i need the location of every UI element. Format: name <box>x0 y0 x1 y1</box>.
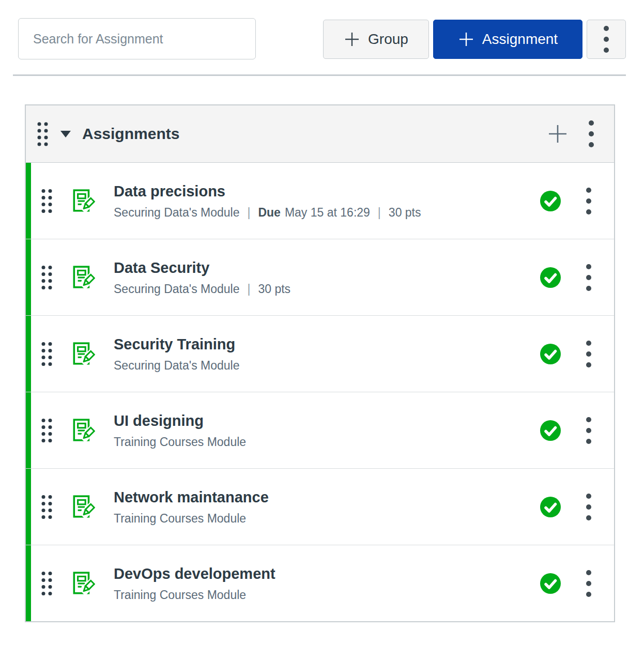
kebab-menu-icon <box>603 25 609 53</box>
assignment-document-pencil-icon <box>70 571 95 596</box>
search-input[interactable] <box>18 18 256 59</box>
plus-icon <box>458 31 474 48</box>
assignment-document-pencil-icon <box>70 418 95 443</box>
assignment-title-link[interactable]: Security Training <box>114 335 239 352</box>
drag-handle-icon[interactable] <box>41 189 52 213</box>
published-check-circle-icon[interactable] <box>540 497 561 517</box>
published-indicator-bar <box>26 392 31 468</box>
assignment-group-header: Assignments <box>26 105 614 163</box>
points-value: 30 pts <box>258 282 290 296</box>
drag-handle-icon[interactable] <box>41 418 52 442</box>
add-group-button[interactable]: Group <box>323 20 429 59</box>
group-title: Assignments <box>82 125 179 143</box>
assignment-row: Data Security Securing Data's Module | 3… <box>26 239 614 316</box>
add-assignment-label: Assignment <box>482 31 558 48</box>
assignment-info: Network maintanance Training Courses Mod… <box>114 488 269 525</box>
drag-handle-icon[interactable] <box>41 571 52 595</box>
group-add-button[interactable] <box>548 124 568 144</box>
assignment-row: Data precisions Securing Data's Module |… <box>26 163 614 239</box>
assignment-title-link[interactable]: Data precisions <box>114 182 421 199</box>
assignment-info: Security Training Securing Data's Module <box>114 335 239 372</box>
row-kebab-menu[interactable] <box>586 417 592 444</box>
published-indicator-bar <box>26 545 31 621</box>
drag-handle-icon[interactable] <box>41 495 52 519</box>
assignments-table: Assignments Data precisions Securing Dat… <box>25 104 615 622</box>
drag-handle-icon[interactable] <box>41 265 52 289</box>
assignment-title-link[interactable]: DevOps developement <box>114 565 275 582</box>
separator: | <box>378 205 381 219</box>
assignment-details: Securing Data's Module | Due May 15 at 1… <box>114 205 421 219</box>
assignment-details: Training Courses Module <box>114 511 269 525</box>
row-kebab-menu[interactable] <box>586 493 592 521</box>
assignment-document-pencil-icon <box>70 495 95 519</box>
assignment-info: DevOps developement Training Courses Mod… <box>114 565 275 602</box>
published-indicator-bar <box>26 163 31 239</box>
assignment-row: DevOps developement Training Courses Mod… <box>26 545 614 621</box>
drag-handle-icon[interactable] <box>41 342 52 366</box>
assignment-title-link[interactable]: UI designing <box>114 412 246 429</box>
module-name: Securing Data's Module <box>114 205 239 219</box>
module-name: Securing Data's Module <box>114 282 239 296</box>
drag-handle-icon[interactable] <box>37 122 48 146</box>
caret-down-icon[interactable] <box>60 131 71 137</box>
row-kebab-menu[interactable] <box>586 570 592 597</box>
row-kebab-menu[interactable] <box>586 187 592 215</box>
assignment-document-pencil-icon <box>70 265 95 290</box>
module-name: Training Courses Module <box>114 435 246 449</box>
separator: | <box>247 205 250 219</box>
published-check-circle-icon[interactable] <box>540 191 561 211</box>
module-name: Training Courses Module <box>114 588 246 602</box>
row-kebab-menu[interactable] <box>586 264 592 291</box>
assignment-info: UI designing Training Courses Module <box>114 412 246 449</box>
row-kebab-menu[interactable] <box>586 340 592 368</box>
assignment-title-link[interactable]: Network maintanance <box>114 488 269 505</box>
assignment-details: Securing Data's Module | 30 pts <box>114 282 290 296</box>
due-label: Due <box>258 205 280 219</box>
module-name: Training Courses Module <box>114 511 246 525</box>
assignment-info: Data Security Securing Data's Module | 3… <box>114 259 290 296</box>
published-indicator-bar <box>26 239 31 315</box>
points-value: 30 pts <box>389 205 421 219</box>
assignment-details: Securing Data's Module <box>114 358 239 372</box>
assignment-details: Training Courses Module <box>114 588 275 602</box>
assignment-document-pencil-icon <box>70 342 95 366</box>
assignment-title-link[interactable]: Data Security <box>114 259 290 276</box>
add-group-label: Group <box>368 31 408 48</box>
assignment-document-pencil-icon <box>70 189 95 213</box>
published-indicator-bar <box>26 469 31 545</box>
plus-icon <box>344 31 360 48</box>
assignment-row: Security Training Securing Data's Module <box>26 316 614 392</box>
published-check-circle-icon[interactable] <box>540 420 561 441</box>
assignment-info: Data precisions Securing Data's Module |… <box>114 182 421 219</box>
assignment-group-rows: Data precisions Securing Data's Module |… <box>26 163 614 621</box>
module-name: Securing Data's Module <box>114 358 239 372</box>
group-kebab-menu[interactable] <box>588 120 594 148</box>
published-indicator-bar <box>26 316 31 392</box>
assignment-row: UI designing Training Courses Module <box>26 392 614 469</box>
add-assignment-button[interactable]: Assignment <box>433 20 582 59</box>
due-date: May 15 at 16:29 <box>285 205 370 219</box>
toolbar-divider <box>13 74 626 76</box>
assignment-details: Training Courses Module <box>114 435 246 449</box>
published-check-circle-icon[interactable] <box>540 267 561 288</box>
assignments-options-button[interactable] <box>587 20 626 59</box>
separator: | <box>247 282 250 296</box>
published-check-circle-icon[interactable] <box>540 344 561 364</box>
published-check-circle-icon[interactable] <box>540 573 561 594</box>
assignment-row: Network maintanance Training Courses Mod… <box>26 469 614 545</box>
